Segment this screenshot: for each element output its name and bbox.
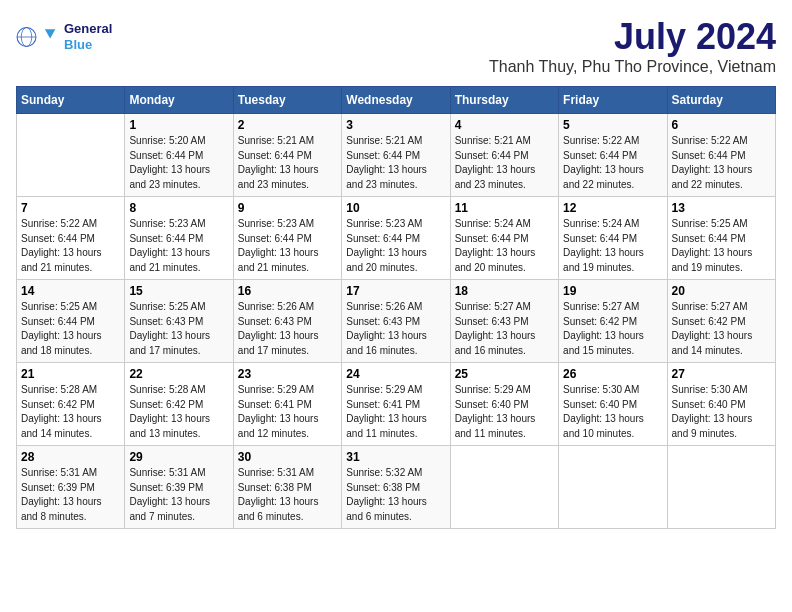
- calendar-cell: 24Sunrise: 5:29 AM Sunset: 6:41 PM Dayli…: [342, 363, 450, 446]
- week-row-3: 14Sunrise: 5:25 AM Sunset: 6:44 PM Dayli…: [17, 280, 776, 363]
- day-number: 29: [129, 450, 228, 464]
- calendar-cell: [559, 446, 667, 529]
- day-number: 16: [238, 284, 337, 298]
- day-number: 10: [346, 201, 445, 215]
- day-number: 17: [346, 284, 445, 298]
- day-number: 3: [346, 118, 445, 132]
- calendar-cell: 14Sunrise: 5:25 AM Sunset: 6:44 PM Dayli…: [17, 280, 125, 363]
- day-detail: Sunrise: 5:22 AM Sunset: 6:44 PM Dayligh…: [672, 134, 771, 192]
- day-detail: Sunrise: 5:27 AM Sunset: 6:42 PM Dayligh…: [672, 300, 771, 358]
- calendar-cell: 20Sunrise: 5:27 AM Sunset: 6:42 PM Dayli…: [667, 280, 775, 363]
- calendar-cell: 31Sunrise: 5:32 AM Sunset: 6:38 PM Dayli…: [342, 446, 450, 529]
- day-detail: Sunrise: 5:27 AM Sunset: 6:43 PM Dayligh…: [455, 300, 554, 358]
- calendar-cell: 8Sunrise: 5:23 AM Sunset: 6:44 PM Daylig…: [125, 197, 233, 280]
- day-detail: Sunrise: 5:22 AM Sunset: 6:44 PM Dayligh…: [563, 134, 662, 192]
- calendar-cell: 19Sunrise: 5:27 AM Sunset: 6:42 PM Dayli…: [559, 280, 667, 363]
- day-number: 18: [455, 284, 554, 298]
- svg-marker-3: [45, 29, 56, 38]
- calendar-table: SundayMondayTuesdayWednesdayThursdayFrid…: [16, 86, 776, 529]
- day-number: 12: [563, 201, 662, 215]
- logo-text-blue: Blue: [64, 37, 112, 53]
- day-number: 5: [563, 118, 662, 132]
- day-detail: Sunrise: 5:24 AM Sunset: 6:44 PM Dayligh…: [455, 217, 554, 275]
- day-number: 30: [238, 450, 337, 464]
- calendar-cell: 2Sunrise: 5:21 AM Sunset: 6:44 PM Daylig…: [233, 114, 341, 197]
- day-detail: Sunrise: 5:25 AM Sunset: 6:44 PM Dayligh…: [672, 217, 771, 275]
- day-detail: Sunrise: 5:21 AM Sunset: 6:44 PM Dayligh…: [238, 134, 337, 192]
- day-number: 24: [346, 367, 445, 381]
- week-row-4: 21Sunrise: 5:28 AM Sunset: 6:42 PM Dayli…: [17, 363, 776, 446]
- calendar-cell: 21Sunrise: 5:28 AM Sunset: 6:42 PM Dayli…: [17, 363, 125, 446]
- day-number: 27: [672, 367, 771, 381]
- calendar-cell: 7Sunrise: 5:22 AM Sunset: 6:44 PM Daylig…: [17, 197, 125, 280]
- col-header-tuesday: Tuesday: [233, 87, 341, 114]
- calendar-cell: 18Sunrise: 5:27 AM Sunset: 6:43 PM Dayli…: [450, 280, 558, 363]
- calendar-cell: 30Sunrise: 5:31 AM Sunset: 6:38 PM Dayli…: [233, 446, 341, 529]
- page-header: GeneralBlue July 2024 Thanh Thuy, Phu Th…: [16, 16, 776, 76]
- day-detail: Sunrise: 5:31 AM Sunset: 6:38 PM Dayligh…: [238, 466, 337, 524]
- col-header-wednesday: Wednesday: [342, 87, 450, 114]
- col-header-monday: Monday: [125, 87, 233, 114]
- day-detail: Sunrise: 5:25 AM Sunset: 6:44 PM Dayligh…: [21, 300, 120, 358]
- day-detail: Sunrise: 5:23 AM Sunset: 6:44 PM Dayligh…: [346, 217, 445, 275]
- day-detail: Sunrise: 5:21 AM Sunset: 6:44 PM Dayligh…: [346, 134, 445, 192]
- calendar-cell: 16Sunrise: 5:26 AM Sunset: 6:43 PM Dayli…: [233, 280, 341, 363]
- logo-svg: [16, 16, 58, 58]
- day-number: 22: [129, 367, 228, 381]
- calendar-cell: [667, 446, 775, 529]
- calendar-cell: 11Sunrise: 5:24 AM Sunset: 6:44 PM Dayli…: [450, 197, 558, 280]
- day-detail: Sunrise: 5:27 AM Sunset: 6:42 PM Dayligh…: [563, 300, 662, 358]
- week-row-2: 7Sunrise: 5:22 AM Sunset: 6:44 PM Daylig…: [17, 197, 776, 280]
- col-header-saturday: Saturday: [667, 87, 775, 114]
- calendar-header-row: SundayMondayTuesdayWednesdayThursdayFrid…: [17, 87, 776, 114]
- calendar-cell: 3Sunrise: 5:21 AM Sunset: 6:44 PM Daylig…: [342, 114, 450, 197]
- day-number: 6: [672, 118, 771, 132]
- day-number: 14: [21, 284, 120, 298]
- col-header-friday: Friday: [559, 87, 667, 114]
- calendar-cell: 1Sunrise: 5:20 AM Sunset: 6:44 PM Daylig…: [125, 114, 233, 197]
- day-number: 21: [21, 367, 120, 381]
- day-detail: Sunrise: 5:29 AM Sunset: 6:41 PM Dayligh…: [238, 383, 337, 441]
- logo: GeneralBlue: [16, 16, 112, 58]
- day-detail: Sunrise: 5:26 AM Sunset: 6:43 PM Dayligh…: [238, 300, 337, 358]
- day-number: 4: [455, 118, 554, 132]
- calendar-cell: 28Sunrise: 5:31 AM Sunset: 6:39 PM Dayli…: [17, 446, 125, 529]
- calendar-cell: 26Sunrise: 5:30 AM Sunset: 6:40 PM Dayli…: [559, 363, 667, 446]
- day-detail: Sunrise: 5:31 AM Sunset: 6:39 PM Dayligh…: [21, 466, 120, 524]
- week-row-5: 28Sunrise: 5:31 AM Sunset: 6:39 PM Dayli…: [17, 446, 776, 529]
- calendar-cell: 25Sunrise: 5:29 AM Sunset: 6:40 PM Dayli…: [450, 363, 558, 446]
- day-detail: Sunrise: 5:30 AM Sunset: 6:40 PM Dayligh…: [563, 383, 662, 441]
- calendar-subtitle: Thanh Thuy, Phu Tho Province, Vietnam: [489, 58, 776, 76]
- calendar-cell: 29Sunrise: 5:31 AM Sunset: 6:39 PM Dayli…: [125, 446, 233, 529]
- col-header-thursday: Thursday: [450, 87, 558, 114]
- day-detail: Sunrise: 5:32 AM Sunset: 6:38 PM Dayligh…: [346, 466, 445, 524]
- calendar-cell: 5Sunrise: 5:22 AM Sunset: 6:44 PM Daylig…: [559, 114, 667, 197]
- calendar-cell: 17Sunrise: 5:26 AM Sunset: 6:43 PM Dayli…: [342, 280, 450, 363]
- day-detail: Sunrise: 5:25 AM Sunset: 6:43 PM Dayligh…: [129, 300, 228, 358]
- day-number: 28: [21, 450, 120, 464]
- col-header-sunday: Sunday: [17, 87, 125, 114]
- day-detail: Sunrise: 5:29 AM Sunset: 6:40 PM Dayligh…: [455, 383, 554, 441]
- calendar-cell: [450, 446, 558, 529]
- calendar-cell: 6Sunrise: 5:22 AM Sunset: 6:44 PM Daylig…: [667, 114, 775, 197]
- calendar-cell: 12Sunrise: 5:24 AM Sunset: 6:44 PM Dayli…: [559, 197, 667, 280]
- title-block: July 2024 Thanh Thuy, Phu Tho Province, …: [489, 16, 776, 76]
- day-detail: Sunrise: 5:28 AM Sunset: 6:42 PM Dayligh…: [21, 383, 120, 441]
- day-number: 31: [346, 450, 445, 464]
- day-number: 20: [672, 284, 771, 298]
- week-row-1: 1Sunrise: 5:20 AM Sunset: 6:44 PM Daylig…: [17, 114, 776, 197]
- day-number: 9: [238, 201, 337, 215]
- day-detail: Sunrise: 5:23 AM Sunset: 6:44 PM Dayligh…: [129, 217, 228, 275]
- day-number: 1: [129, 118, 228, 132]
- calendar-cell: 27Sunrise: 5:30 AM Sunset: 6:40 PM Dayli…: [667, 363, 775, 446]
- day-number: 23: [238, 367, 337, 381]
- calendar-title: July 2024: [489, 16, 776, 58]
- calendar-cell: 22Sunrise: 5:28 AM Sunset: 6:42 PM Dayli…: [125, 363, 233, 446]
- day-number: 13: [672, 201, 771, 215]
- day-detail: Sunrise: 5:30 AM Sunset: 6:40 PM Dayligh…: [672, 383, 771, 441]
- day-number: 11: [455, 201, 554, 215]
- day-number: 2: [238, 118, 337, 132]
- calendar-cell: 23Sunrise: 5:29 AM Sunset: 6:41 PM Dayli…: [233, 363, 341, 446]
- calendar-cell: 13Sunrise: 5:25 AM Sunset: 6:44 PM Dayli…: [667, 197, 775, 280]
- day-detail: Sunrise: 5:31 AM Sunset: 6:39 PM Dayligh…: [129, 466, 228, 524]
